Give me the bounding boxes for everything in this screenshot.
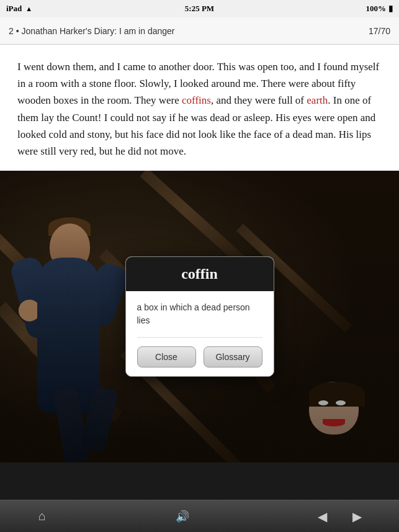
popup-body: a box in which a dead person lies Close … <box>126 291 274 376</box>
bottom-toolbar: ⌂ 🔊 ◀ ▶ <box>0 500 399 532</box>
battery-label: 100% <box>366 4 387 14</box>
header-bar: 2 • Jonathan Harker's Diary: I am in dan… <box>0 17 399 45</box>
popup-buttons: Close Glossary <box>137 346 262 367</box>
page-indicator: 17/70 <box>369 26 390 36</box>
wifi-icon: ▲ <box>25 5 33 12</box>
close-button[interactable]: Close <box>137 346 196 367</box>
status-time: 5:25 PM <box>185 4 214 14</box>
glossary-button[interactable]: Glossary <box>204 346 262 367</box>
popup-divider <box>137 337 262 338</box>
earth-link[interactable]: earth <box>307 94 328 106</box>
sound-button[interactable]: 🔊 <box>171 505 194 528</box>
sound-icon: 🔊 <box>176 510 189 523</box>
prev-icon: ◀ <box>318 509 327 524</box>
coffins-link[interactable]: coffins <box>182 94 211 106</box>
next-button[interactable]: ▶ <box>346 505 368 528</box>
popup-header: coffin <box>126 257 274 291</box>
status-right: 100% ▮ <box>366 4 393 14</box>
reading-area: I went down them, and I came to another … <box>0 45 399 171</box>
prev-button[interactable]: ◀ <box>311 505 333 528</box>
status-left: iPad ▲ <box>6 4 33 14</box>
next-icon: ▶ <box>352 509 362 524</box>
reading-text: I went down them, and I came to another … <box>17 58 382 160</box>
popup-overlay: coffin a box in which a dead person lies… <box>0 171 399 462</box>
ipad-label: iPad <box>6 4 22 14</box>
popup-definition: a box in which a dead person lies <box>137 301 262 327</box>
status-bar: iPad ▲ 5:25 PM 100% ▮ <box>0 0 399 17</box>
popup-word: coffin <box>181 266 218 282</box>
popup-dialog: coffin a box in which a dead person lies… <box>125 256 274 377</box>
home-button[interactable]: ⌂ <box>31 505 53 528</box>
illustration-area: coffin a box in which a dead person lies… <box>0 171 399 462</box>
chapter-title: 2 • Jonathan Harker's Diary: I am in dan… <box>9 26 174 36</box>
battery-icon: ▮ <box>388 4 393 14</box>
text-mid: , and they were full of <box>211 94 307 106</box>
home-icon: ⌂ <box>38 509 46 523</box>
